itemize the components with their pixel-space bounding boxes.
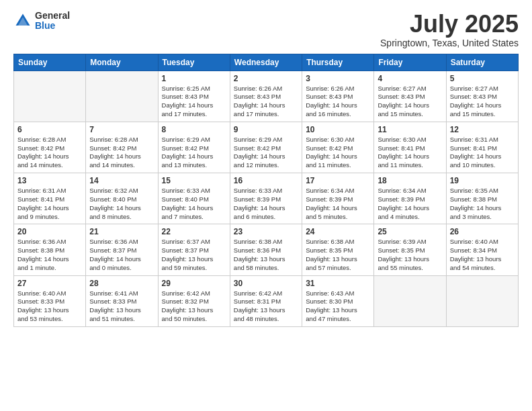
logo: General Blue [13,11,70,32]
calendar-header-monday: Monday [86,54,158,71]
calendar-cell: 2Sunrise: 6:26 AM Sunset: 8:43 PM Daylig… [230,71,302,122]
day-info: Sunrise: 6:26 AM Sunset: 8:43 PM Dayligh… [306,85,370,119]
day-number: 10 [306,125,370,134]
calendar-cell: 17Sunrise: 6:34 AM Sunset: 8:39 PM Dayli… [302,173,374,224]
calendar-cell: 31Sunrise: 6:43 AM Sunset: 8:30 PM Dayli… [302,275,374,326]
day-number: 21 [89,227,154,236]
day-info: Sunrise: 6:34 AM Sunset: 8:39 PM Dayligh… [378,187,442,221]
logo-general: General [35,11,70,21]
calendar-cell: 9Sunrise: 6:29 AM Sunset: 8:42 PM Daylig… [230,122,302,173]
day-number: 17 [306,176,370,185]
logo-text: General Blue [35,11,70,32]
day-info: Sunrise: 6:33 AM Sunset: 8:40 PM Dayligh… [162,187,226,221]
day-number: 9 [234,125,298,134]
day-info: Sunrise: 6:29 AM Sunset: 8:42 PM Dayligh… [162,136,226,170]
calendar-cell: 11Sunrise: 6:30 AM Sunset: 8:41 PM Dayli… [374,122,446,173]
calendar-header-wednesday: Wednesday [230,54,302,71]
calendar-cell: 20Sunrise: 6:36 AM Sunset: 8:38 PM Dayli… [14,224,86,275]
calendar-cell: 13Sunrise: 6:31 AM Sunset: 8:41 PM Dayli… [14,173,86,224]
calendar-cell [86,71,158,122]
calendar-cell: 27Sunrise: 6:40 AM Sunset: 8:33 PM Dayli… [14,275,86,326]
day-number: 1 [162,74,226,83]
calendar-header-tuesday: Tuesday [158,54,230,71]
day-number: 24 [306,227,370,236]
calendar-cell: 22Sunrise: 6:37 AM Sunset: 8:37 PM Dayli… [158,224,230,275]
logo-blue: Blue [35,21,70,31]
calendar-cell [14,71,86,122]
day-number: 28 [89,279,154,288]
calendar-week-5: 27Sunrise: 6:40 AM Sunset: 8:33 PM Dayli… [14,275,519,326]
day-info: Sunrise: 6:43 AM Sunset: 8:30 PM Dayligh… [306,289,370,324]
day-info: Sunrise: 6:42 AM Sunset: 8:32 PM Dayligh… [162,289,226,324]
calendar-cell: 19Sunrise: 6:35 AM Sunset: 8:38 PM Dayli… [446,173,518,224]
day-number: 14 [89,176,154,185]
day-info: Sunrise: 6:28 AM Sunset: 8:42 PM Dayligh… [17,136,82,170]
day-number: 29 [162,279,226,288]
calendar-cell: 14Sunrise: 6:32 AM Sunset: 8:40 PM Dayli… [86,173,158,224]
calendar-cell: 8Sunrise: 6:29 AM Sunset: 8:42 PM Daylig… [158,122,230,173]
day-info: Sunrise: 6:38 AM Sunset: 8:36 PM Dayligh… [234,238,298,272]
calendar-week-3: 13Sunrise: 6:31 AM Sunset: 8:41 PM Dayli… [14,173,519,224]
calendar-cell: 1Sunrise: 6:25 AM Sunset: 8:43 PM Daylig… [158,71,230,122]
day-info: Sunrise: 6:40 AM Sunset: 8:34 PM Dayligh… [450,238,515,272]
logo-icon [13,11,32,30]
day-number: 5 [450,74,515,83]
day-info: Sunrise: 6:35 AM Sunset: 8:38 PM Dayligh… [450,187,515,221]
day-info: Sunrise: 6:27 AM Sunset: 8:43 PM Dayligh… [378,85,442,119]
calendar-cell: 6Sunrise: 6:28 AM Sunset: 8:42 PM Daylig… [14,122,86,173]
title-month: July 2025 [380,11,519,38]
calendar-cell: 24Sunrise: 6:38 AM Sunset: 8:35 PM Dayli… [302,224,374,275]
day-info: Sunrise: 6:27 AM Sunset: 8:43 PM Dayligh… [450,85,515,119]
day-number: 23 [234,227,298,236]
day-info: Sunrise: 6:30 AM Sunset: 8:42 PM Dayligh… [306,136,370,170]
day-number: 8 [162,125,226,134]
day-number: 12 [450,125,515,134]
day-number: 2 [234,74,298,83]
day-number: 19 [450,176,515,185]
day-info: Sunrise: 6:31 AM Sunset: 8:41 PM Dayligh… [17,187,82,221]
day-info: Sunrise: 6:37 AM Sunset: 8:37 PM Dayligh… [162,238,226,272]
calendar-cell: 10Sunrise: 6:30 AM Sunset: 8:42 PM Dayli… [302,122,374,173]
day-number: 4 [378,74,442,83]
day-info: Sunrise: 6:36 AM Sunset: 8:38 PM Dayligh… [17,238,82,272]
calendar-header-thursday: Thursday [302,54,374,71]
calendar-cell [374,275,446,326]
day-info: Sunrise: 6:30 AM Sunset: 8:41 PM Dayligh… [378,136,442,170]
day-info: Sunrise: 6:26 AM Sunset: 8:43 PM Dayligh… [234,85,298,119]
calendar-header-row: SundayMondayTuesdayWednesdayThursdayFrid… [14,54,519,71]
day-number: 3 [306,74,370,83]
calendar-header-sunday: Sunday [14,54,86,71]
day-number: 13 [17,176,82,185]
day-number: 30 [234,279,298,288]
calendar-header-saturday: Saturday [446,54,518,71]
title-block: July 2025 Springtown, Texas, United Stat… [380,11,519,48]
calendar-cell: 18Sunrise: 6:34 AM Sunset: 8:39 PM Dayli… [374,173,446,224]
day-number: 18 [378,176,442,185]
day-number: 20 [17,227,82,236]
day-info: Sunrise: 6:29 AM Sunset: 8:42 PM Dayligh… [234,136,298,170]
calendar-cell: 26Sunrise: 6:40 AM Sunset: 8:34 PM Dayli… [446,224,518,275]
calendar-header-friday: Friday [374,54,446,71]
day-number: 22 [162,227,226,236]
day-info: Sunrise: 6:39 AM Sunset: 8:35 PM Dayligh… [378,238,442,272]
calendar-cell [446,275,518,326]
day-number: 16 [234,176,298,185]
calendar-cell: 15Sunrise: 6:33 AM Sunset: 8:40 PM Dayli… [158,173,230,224]
calendar-table: SundayMondayTuesdayWednesdayThursdayFrid… [13,54,519,327]
calendar-cell: 30Sunrise: 6:42 AM Sunset: 8:31 PM Dayli… [230,275,302,326]
day-number: 15 [162,176,226,185]
day-info: Sunrise: 6:41 AM Sunset: 8:33 PM Dayligh… [89,289,154,324]
day-info: Sunrise: 6:40 AM Sunset: 8:33 PM Dayligh… [17,289,82,324]
title-location: Springtown, Texas, United States [380,38,519,48]
day-info: Sunrise: 6:36 AM Sunset: 8:37 PM Dayligh… [89,238,154,272]
calendar-cell: 12Sunrise: 6:31 AM Sunset: 8:41 PM Dayli… [446,122,518,173]
day-number: 27 [17,279,82,288]
day-info: Sunrise: 6:42 AM Sunset: 8:31 PM Dayligh… [234,289,298,324]
day-number: 31 [306,279,370,288]
header: General Blue July 2025 Springtown, Texas… [13,11,519,48]
day-info: Sunrise: 6:25 AM Sunset: 8:43 PM Dayligh… [162,85,226,119]
day-number: 7 [89,125,154,134]
calendar-week-1: 1Sunrise: 6:25 AM Sunset: 8:43 PM Daylig… [14,71,519,122]
calendar-cell: 29Sunrise: 6:42 AM Sunset: 8:32 PM Dayli… [158,275,230,326]
page: General Blue July 2025 Springtown, Texas… [0,0,532,411]
